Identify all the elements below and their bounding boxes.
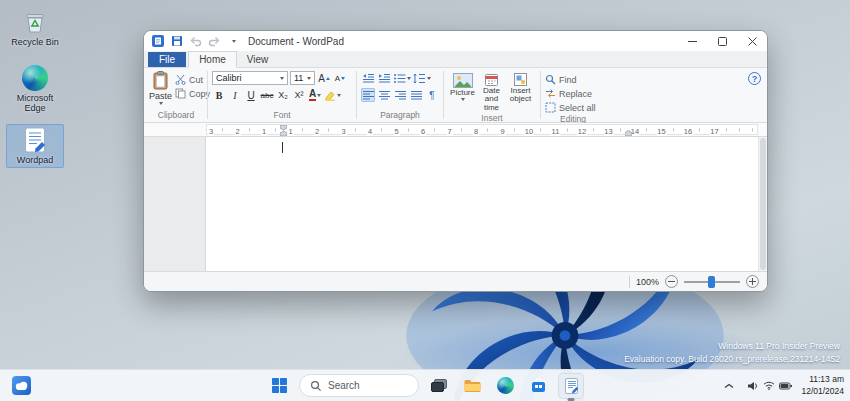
list-button[interactable] [393, 71, 411, 85]
paste-button[interactable]: Paste [149, 71, 172, 109]
edge-button[interactable] [492, 373, 518, 399]
desktop: Recycle Bin Microsoft Edge Wordpad Windo… [0, 0, 850, 401]
strikethrough-button[interactable]: abc [260, 88, 274, 102]
align-left-button[interactable] [361, 88, 375, 102]
grow-font-button[interactable]: A [317, 71, 331, 85]
wordpad-taskbar-button[interactable] [558, 373, 584, 399]
paragraph-dialog-button[interactable]: ¶ [425, 88, 439, 102]
zoom-out-button[interactable] [665, 275, 678, 288]
find-icon [545, 74, 556, 85]
font-size-select[interactable]: 11 [290, 71, 315, 85]
font-family-select[interactable]: Calibri [212, 71, 288, 85]
widgets-icon [12, 376, 31, 395]
desktop-icon-microsoft-edge[interactable]: Microsoft Edge [6, 62, 64, 117]
italic-button[interactable]: I [228, 88, 242, 102]
dropdown-caret-icon [337, 94, 341, 97]
close-button[interactable] [737, 31, 767, 51]
edge-icon [22, 65, 48, 91]
task-view-button[interactable] [426, 373, 452, 399]
ruler-number: 12 [577, 127, 587, 136]
bulleted-list-icon [393, 73, 406, 84]
zoom-slider-thumb[interactable] [708, 276, 715, 288]
document-area [144, 137, 767, 271]
clock[interactable]: 11:13 am 12/01/2024 [801, 374, 844, 396]
justify-icon [410, 90, 423, 101]
maximize-button[interactable] [707, 31, 737, 51]
text-cursor [282, 142, 283, 153]
ruler-number: 1 [287, 127, 293, 136]
align-right-button[interactable] [393, 88, 407, 102]
superscript-button[interactable]: X² [292, 88, 306, 102]
underline-button[interactable]: U [244, 88, 258, 102]
bold-button[interactable]: B [212, 88, 226, 102]
zoom-in-button[interactable] [746, 275, 759, 288]
vertical-scrollbar[interactable] [758, 137, 767, 271]
select-all-button[interactable]: Select all [545, 102, 596, 113]
subscript-button[interactable]: X₂ [276, 88, 290, 102]
ruler-number: 9 [499, 127, 505, 136]
chevron-up-icon [724, 383, 734, 389]
right-indent-marker-icon[interactable] [625, 130, 632, 136]
copy-button[interactable]: Copy [175, 88, 210, 99]
insert-picture-button[interactable]: Picture [448, 71, 477, 112]
system-tray[interactable] [743, 378, 796, 394]
font-group-label: Font [209, 109, 355, 122]
store-icon [531, 378, 546, 393]
clipboard-group: Paste Cut Copy Clipboard [146, 68, 206, 122]
ruler-number: 16 [683, 127, 693, 136]
justify-button[interactable] [409, 88, 423, 102]
file-explorer-button[interactable] [459, 373, 485, 399]
dropdown-caret-icon [280, 77, 284, 80]
ribbon: Paste Cut Copy Clipboard [144, 68, 767, 123]
copy-icon [175, 88, 186, 99]
minimize-button[interactable] [677, 31, 707, 51]
replace-button[interactable]: Replace [545, 88, 596, 99]
ruler-number: 6 [420, 127, 426, 136]
status-bar: 100% [144, 271, 767, 291]
scrollbar-thumb[interactable] [760, 138, 766, 270]
tab-file[interactable]: File [148, 52, 186, 67]
insert-object-button[interactable]: Insert object [506, 71, 535, 112]
ruler-number: 3 [208, 127, 214, 136]
align-center-button[interactable] [377, 88, 391, 102]
zoom-slider[interactable] [684, 281, 740, 283]
redo-icon[interactable] [207, 34, 222, 49]
tray-chevron-button[interactable] [720, 373, 738, 399]
line-spacing-button[interactable] [413, 71, 431, 85]
clock-date: 12/01/2024 [801, 386, 844, 397]
window-title: Document - WordPad [248, 36, 677, 47]
replace-icon [545, 88, 556, 99]
cut-icon [175, 74, 186, 85]
shrink-font-button[interactable]: A [333, 71, 347, 85]
search-box[interactable]: Search [299, 374, 419, 397]
font-color-button[interactable]: A [308, 88, 322, 102]
desktop-icon-wordpad[interactable]: Wordpad [6, 124, 64, 168]
increase-indent-button[interactable] [377, 71, 391, 85]
find-button[interactable]: Find [545, 74, 596, 85]
start-button[interactable] [266, 373, 292, 399]
save-icon[interactable] [169, 34, 184, 49]
cut-button[interactable]: Cut [175, 74, 210, 85]
insert-datetime-button[interactable]: Date and time [477, 71, 506, 112]
desktop-icon-recycle-bin[interactable]: Recycle Bin [6, 6, 64, 50]
decrease-indent-button[interactable] [361, 71, 375, 85]
dropdown-caret-icon [159, 102, 163, 105]
document-page[interactable] [206, 137, 758, 271]
dropdown-caret-icon [317, 94, 321, 97]
highlight-color-button[interactable] [324, 88, 341, 102]
paste-icon [153, 71, 168, 90]
ruler-number: 1 [261, 127, 267, 136]
tab-view[interactable]: View [237, 52, 279, 67]
search-icon [310, 380, 322, 392]
store-button[interactable] [525, 373, 551, 399]
widgets-button[interactable] [8, 373, 34, 399]
recycle-bin-icon [22, 9, 48, 35]
clock-time: 11:13 am [801, 374, 844, 385]
tab-home[interactable]: Home [188, 51, 237, 68]
undo-icon[interactable] [188, 34, 203, 49]
help-button[interactable]: ? [748, 72, 761, 85]
ruler-number: 11 [551, 127, 561, 136]
titlebar[interactable]: Document - WordPad [144, 31, 767, 51]
indent-marker-icon[interactable] [280, 125, 287, 136]
customize-toolbar-caret-icon[interactable] [226, 34, 241, 49]
